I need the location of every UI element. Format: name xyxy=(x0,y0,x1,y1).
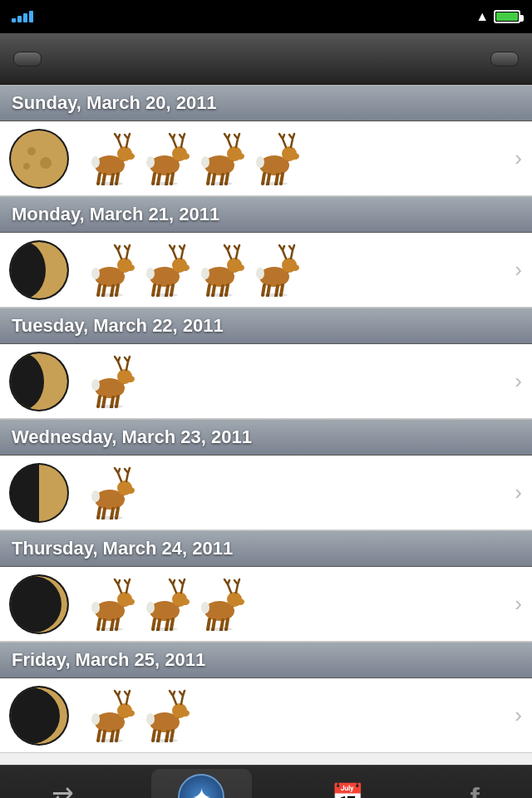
svg-line-42 xyxy=(281,174,283,184)
facebook-icon: f xyxy=(470,781,479,799)
deer-icon-1-0 xyxy=(81,240,135,300)
svg-point-87 xyxy=(256,268,264,279)
tab-solunar-calendar[interactable]: ✦Solunar Calendar xyxy=(151,769,252,798)
svg-point-57 xyxy=(91,268,100,279)
calendar-icon: 📅 xyxy=(331,781,364,798)
svg-point-162 xyxy=(91,713,100,725)
deer-icon-1-3 xyxy=(246,240,299,300)
chevron-5: › xyxy=(515,702,532,728)
moon-phase-3 xyxy=(8,462,70,524)
status-bar: ▲ xyxy=(0,0,532,33)
deer-container-4 xyxy=(78,574,515,634)
tab-bar: ⇄Hunting Call✦Solunar Calendar📅Solunar S… xyxy=(0,765,532,798)
svg-point-82 xyxy=(291,264,299,271)
next-button[interactable] xyxy=(490,52,519,66)
deer-container-0 xyxy=(78,129,515,189)
signal-bars xyxy=(12,11,33,22)
day-row-4[interactable]: › xyxy=(0,567,532,642)
content-area: Sunday, March 20, 2011›Monday, March 21,… xyxy=(0,85,532,765)
day-row-3[interactable]: › xyxy=(0,456,532,530)
deer-icon-0-3 xyxy=(246,129,299,189)
svg-line-144 xyxy=(208,619,209,629)
svg-point-163 xyxy=(96,739,123,742)
deer-icon-5-0 xyxy=(81,686,135,746)
svg-line-63 xyxy=(153,285,155,295)
svg-point-138 xyxy=(146,602,155,613)
svg-point-72 xyxy=(236,264,244,271)
svg-point-148 xyxy=(201,602,209,613)
svg-rect-105 xyxy=(39,465,67,521)
deer-icon-3-0 xyxy=(81,463,135,523)
svg-point-114 xyxy=(91,490,100,502)
day-row-2[interactable]: › xyxy=(0,344,532,419)
day-row-1[interactable]: › xyxy=(0,233,532,308)
nav-bar xyxy=(0,33,532,85)
svg-point-88 xyxy=(261,293,288,297)
tab-facebook[interactable]: fFacebook xyxy=(443,776,507,799)
day-label-5: Friday, March 25, 2011 xyxy=(12,649,205,670)
svg-point-67 xyxy=(146,268,155,279)
deer-icon-2-0 xyxy=(81,352,135,411)
day-label-1: Monday, March 21, 2011 xyxy=(12,204,219,224)
compass-icon: ✦ xyxy=(178,774,224,798)
svg-line-12 xyxy=(116,174,118,184)
svg-point-2 xyxy=(27,147,36,155)
deer-container-2 xyxy=(78,352,515,411)
moon-phase-5 xyxy=(8,685,70,746)
moon-phase-4 xyxy=(8,574,70,635)
day-label-4: Thursday, March 24, 2011 xyxy=(12,538,233,559)
svg-point-8 xyxy=(126,153,135,160)
chevron-1: › xyxy=(515,257,532,283)
deer-icon-0-0 xyxy=(81,129,135,189)
svg-line-127 xyxy=(116,619,118,629)
svg-point-96 xyxy=(126,376,135,382)
svg-point-143 xyxy=(236,598,244,605)
svg-point-139 xyxy=(151,628,178,631)
tab-hunting-call[interactable]: ⇄Hunting Call xyxy=(25,776,101,798)
svg-point-77 xyxy=(201,268,209,279)
svg-point-123 xyxy=(126,598,135,605)
svg-line-76 xyxy=(226,285,228,295)
svg-line-171 xyxy=(171,731,173,741)
prev-button[interactable] xyxy=(13,52,42,66)
deer-icon-1-2 xyxy=(191,240,244,300)
status-left xyxy=(12,11,38,22)
svg-point-52 xyxy=(126,264,135,271)
day-label-3: Wednesday, March 23, 2011 xyxy=(12,426,252,447)
svg-point-3 xyxy=(40,157,52,169)
svg-line-83 xyxy=(263,285,264,295)
svg-point-157 xyxy=(126,710,135,717)
svg-point-28 xyxy=(236,153,244,160)
svg-point-172 xyxy=(146,713,155,725)
deer-icon-1-1 xyxy=(136,240,190,300)
svg-line-86 xyxy=(281,285,283,295)
tab-solunar-setting[interactable]: 📅Solunar Setting xyxy=(302,776,392,798)
chevron-3: › xyxy=(515,480,532,505)
day-row-0[interactable]: › xyxy=(0,121,532,196)
svg-point-33 xyxy=(201,156,209,168)
svg-line-161 xyxy=(116,731,118,741)
day-header-4: Thursday, March 24, 2011 xyxy=(0,530,532,567)
chevron-4: › xyxy=(515,591,532,617)
svg-point-4 xyxy=(23,163,30,170)
svg-point-34 xyxy=(206,182,233,185)
deer-icon-4-0 xyxy=(81,574,135,634)
svg-line-39 xyxy=(263,174,264,184)
day-header-1: Monday, March 21, 2011 xyxy=(0,196,532,233)
battery-icon xyxy=(494,10,520,23)
svg-point-14 xyxy=(96,182,123,185)
svg-point-101 xyxy=(91,379,100,391)
svg-line-29 xyxy=(208,174,209,184)
svg-line-19 xyxy=(153,174,155,184)
chevron-2: › xyxy=(515,368,532,394)
svg-point-128 xyxy=(91,602,100,613)
moon-phase-0 xyxy=(8,128,70,190)
day-row-5[interactable]: › xyxy=(0,678,532,753)
svg-line-137 xyxy=(171,619,173,629)
day-header-5: Friday, March 25, 2011 xyxy=(0,642,532,678)
svg-point-102 xyxy=(96,405,123,408)
svg-point-38 xyxy=(291,153,299,160)
svg-point-18 xyxy=(181,153,190,160)
svg-point-62 xyxy=(181,264,190,271)
svg-line-66 xyxy=(171,285,173,295)
